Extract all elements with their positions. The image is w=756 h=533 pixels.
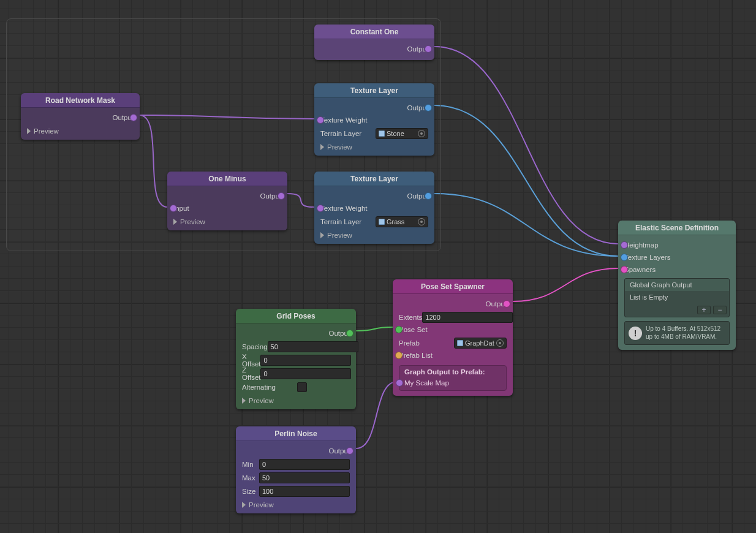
- info-icon: !: [629, 327, 642, 340]
- node-one-minus[interactable]: One Minus Output Input Preview: [167, 172, 287, 230]
- edge[interactable]: [356, 382, 397, 448]
- edge[interactable]: [356, 327, 393, 331]
- preview-toggle[interactable]: Preview: [173, 218, 281, 225]
- disclosure-triangle-icon: [320, 232, 324, 238]
- heightmap-port[interactable]: [621, 241, 628, 249]
- input-port[interactable]: [170, 205, 177, 212]
- edge[interactable]: [140, 115, 167, 207]
- max-label: Max: [242, 474, 259, 482]
- size-input[interactable]: [259, 486, 350, 497]
- pose-set-port[interactable]: [395, 326, 403, 333]
- prefab-box-header: Graph Output to Prefab:: [404, 368, 501, 376]
- edge[interactable]: [287, 194, 314, 207]
- node-title: Texture Layer: [314, 172, 434, 186]
- edge[interactable]: [434, 47, 618, 244]
- disclosure-triangle-icon: [173, 219, 177, 225]
- edge[interactable]: [513, 268, 618, 301]
- prefab-box-item: My Scale Map: [404, 379, 449, 387]
- output-port[interactable]: [278, 192, 285, 200]
- port-label-texture-weight: Texture Weight: [320, 205, 368, 212]
- disclosure-triangle-icon: [242, 502, 246, 508]
- edge[interactable]: [434, 105, 618, 256]
- prefab-field[interactable]: GraphDat: [454, 338, 507, 349]
- z-offset-label: Z Offset: [242, 366, 260, 381]
- node-title: Constant One: [314, 25, 434, 39]
- object-picker-icon[interactable]: [418, 130, 425, 137]
- prefab-list-label: Prefab List: [399, 352, 433, 359]
- output-port[interactable]: [425, 192, 432, 200]
- node-title: Pose Set Spawner: [393, 279, 513, 294]
- x-offset-label: X Offset: [242, 353, 260, 368]
- asset-icon: [457, 340, 463, 346]
- object-picker-icon[interactable]: [496, 339, 504, 347]
- list-empty-label: List is Empty: [630, 293, 668, 301]
- extents-input[interactable]: [422, 312, 513, 323]
- remove-button[interactable]: −: [713, 306, 727, 314]
- node-constant-one[interactable]: Constant One Output: [314, 25, 434, 60]
- texture-weight-port[interactable]: [317, 205, 324, 212]
- pose-set-label: Pose Set: [399, 326, 428, 333]
- edge[interactable]: [434, 194, 618, 256]
- preview-toggle[interactable]: Preview: [320, 232, 428, 239]
- extents-label: Extents: [399, 314, 422, 321]
- output-port[interactable]: [425, 104, 432, 112]
- alternating-label: Alternating: [242, 384, 297, 391]
- node-texture-layer-stone[interactable]: Texture Layer Output Texture Weight Terr…: [314, 83, 434, 156]
- node-road-network-mask[interactable]: Road Network Mask Output Preview: [21, 93, 140, 140]
- preview-toggle[interactable]: Preview: [242, 397, 350, 404]
- node-perlin-noise[interactable]: Perlin Noise Output Min Max Size Preview: [236, 426, 356, 513]
- node-title: Road Network Mask: [21, 93, 140, 108]
- node-title: One Minus: [167, 172, 287, 186]
- my-scale-map-port[interactable]: [396, 379, 403, 387]
- output-port[interactable]: [130, 114, 137, 121]
- disclosure-triangle-icon: [242, 398, 246, 404]
- object-picker-icon[interactable]: [418, 218, 425, 225]
- info-box: ! Up to 4 Buffers. At 512x512 up to 4MB …: [624, 321, 730, 345]
- max-input[interactable]: [259, 472, 350, 483]
- node-pose-set-spawner[interactable]: Pose Set Spawner Output Extents Pose Set…: [393, 279, 513, 396]
- edge[interactable]: [140, 115, 314, 119]
- alternating-checkbox[interactable]: [297, 382, 307, 392]
- size-label: Size: [242, 488, 259, 495]
- texture-weight-port[interactable]: [317, 116, 324, 124]
- node-title: Perlin Noise: [236, 426, 356, 441]
- disclosure-triangle-icon: [320, 144, 324, 150]
- spawners-label: Spawners: [624, 266, 656, 273]
- port-label-texture-weight: Texture Weight: [320, 116, 368, 124]
- heightmap-label: Heightmap: [624, 241, 659, 249]
- terrain-layer-field[interactable]: Grass: [376, 216, 428, 227]
- preview-toggle[interactable]: Preview: [320, 143, 428, 151]
- output-port[interactable]: [346, 447, 353, 455]
- min-input[interactable]: [259, 459, 350, 470]
- preview-toggle[interactable]: Preview: [27, 127, 134, 135]
- node-texture-layer-grass[interactable]: Texture Layer Output Texture Weight Terr…: [314, 172, 434, 244]
- output-port[interactable]: [346, 330, 353, 337]
- asset-icon: [379, 130, 385, 137]
- spacing-input[interactable]: [268, 341, 358, 352]
- graph-output-to-prefab-box: Graph Output to Prefab: My Scale Map: [399, 365, 507, 391]
- global-graph-output-box: Global Graph Output List is Empty + −: [624, 278, 730, 317]
- preview-toggle[interactable]: Preview: [242, 501, 350, 508]
- prefab-label: Prefab: [399, 339, 454, 347]
- disclosure-triangle-icon: [27, 128, 31, 134]
- texture-layers-port[interactable]: [621, 254, 628, 261]
- node-title: Grid Poses: [236, 309, 356, 323]
- node-grid-poses[interactable]: Grid Poses Output Spacing X Offset Z Off…: [236, 309, 356, 409]
- output-port[interactable]: [503, 300, 510, 308]
- spawners-port[interactable]: [621, 266, 628, 273]
- global-graph-output-label: Global Graph Output: [630, 281, 692, 289]
- add-button[interactable]: +: [697, 306, 711, 314]
- terrain-layer-field[interactable]: Stone: [376, 128, 428, 139]
- prefab-list-port[interactable]: [395, 352, 403, 359]
- asset-icon: [379, 219, 385, 225]
- node-elastic-scene-definition[interactable]: Elastic Scene Definition Heightmap Textu…: [618, 221, 736, 350]
- min-label: Min: [242, 461, 259, 468]
- node-title: Elastic Scene Definition: [618, 221, 736, 235]
- z-offset-input[interactable]: [260, 368, 351, 379]
- terrain-layer-label: Terrain Layer: [320, 130, 376, 137]
- texture-layers-label: Texture Layers: [624, 254, 670, 261]
- output-port[interactable]: [425, 45, 432, 53]
- node-title: Texture Layer: [314, 83, 434, 98]
- x-offset-input[interactable]: [260, 355, 351, 366]
- spacing-label: Spacing: [242, 343, 268, 350]
